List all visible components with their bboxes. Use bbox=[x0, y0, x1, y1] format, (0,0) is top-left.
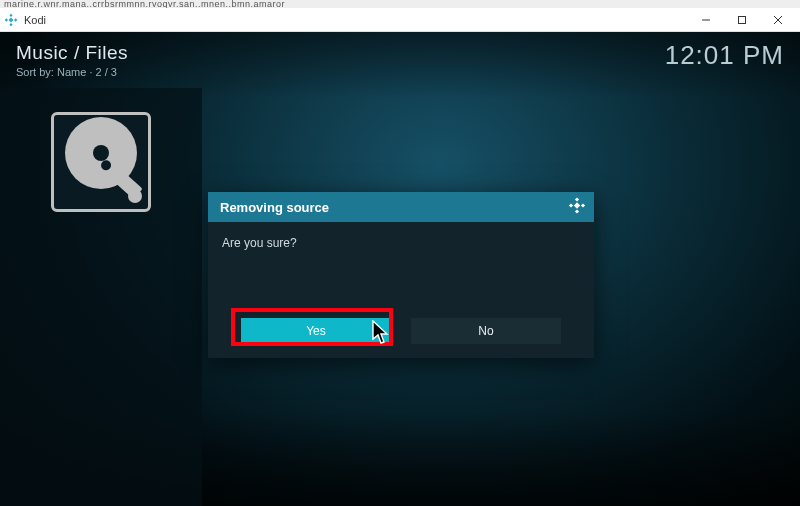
left-panel bbox=[0, 88, 202, 506]
window-close-button[interactable] bbox=[760, 8, 796, 32]
svg-rect-9 bbox=[581, 203, 585, 207]
yes-button[interactable]: Yes bbox=[241, 318, 391, 344]
confirm-dialog: Removing source Are you sure? Yes No bbox=[208, 192, 594, 358]
svg-rect-8 bbox=[569, 203, 573, 207]
svg-rect-0 bbox=[9, 13, 12, 16]
top-bar: Music / Files Sort by: Name · 2 / 3 12:0… bbox=[0, 32, 800, 88]
dialog-message: Are you sure? bbox=[222, 236, 297, 250]
dialog-title-text: Removing source bbox=[220, 200, 329, 215]
dialog-titlebar: Removing source bbox=[208, 192, 594, 222]
svg-rect-7 bbox=[575, 209, 579, 213]
clock: 12:01 PM bbox=[665, 40, 784, 71]
harddrive-icon bbox=[51, 112, 151, 212]
garbled-header: marine.r.wnr.mana..crrbsrmmnn.rvoqvr.san… bbox=[0, 0, 800, 8]
pager-label: 2 / 3 bbox=[96, 66, 117, 78]
window-title: Kodi bbox=[24, 14, 46, 26]
svg-rect-3 bbox=[14, 18, 17, 21]
svg-rect-5 bbox=[739, 16, 746, 23]
svg-rect-2 bbox=[5, 18, 8, 21]
dialog-button-row: Yes No bbox=[208, 318, 594, 358]
svg-rect-6 bbox=[575, 197, 579, 201]
no-button[interactable]: No bbox=[411, 318, 561, 344]
kodi-app-icon bbox=[4, 13, 18, 27]
svg-rect-4 bbox=[9, 17, 14, 22]
dialog-body: Are you sure? bbox=[208, 222, 594, 318]
kodi-logo-icon bbox=[568, 197, 586, 218]
kodi-app: Music / Files Sort by: Name · 2 / 3 12:0… bbox=[0, 32, 800, 506]
svg-rect-10 bbox=[574, 202, 580, 208]
svg-rect-1 bbox=[9, 23, 12, 26]
window-maximize-button[interactable] bbox=[724, 8, 760, 32]
window-titlebar: Kodi bbox=[0, 8, 800, 32]
sort-label[interactable]: Sort by: Name bbox=[16, 66, 86, 78]
window-minimize-button[interactable] bbox=[688, 8, 724, 32]
